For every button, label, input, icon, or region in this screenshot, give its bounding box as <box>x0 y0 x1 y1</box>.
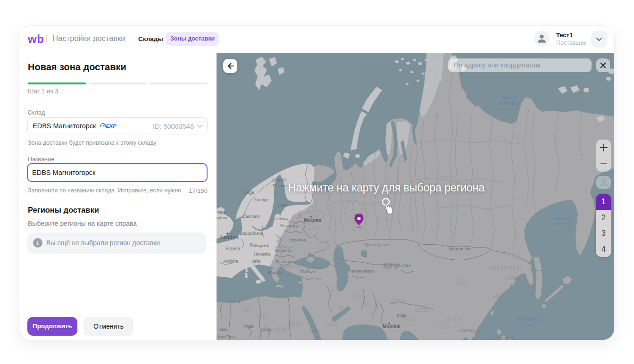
svg-text:Algérie: Algérie <box>227 299 242 304</box>
svg-text:Украина: Украина <box>289 237 307 242</box>
svg-text:Қазақстан: Қазақстан <box>365 242 390 247</box>
svg-text:EXP: EXP <box>106 123 117 129</box>
svg-text:India: India <box>397 313 407 318</box>
svg-text:Eesti: Eesti <box>278 203 287 207</box>
svg-text:България: България <box>276 259 295 264</box>
svg-text:Việt Nam: Việt Nam <box>459 328 476 333</box>
svg-text:Andorra: Andorra <box>223 259 238 264</box>
svg-text:Море: Море <box>502 95 515 100</box>
svg-text:Niger: Niger <box>243 324 254 329</box>
svg-text:Россия: Россия <box>438 174 457 179</box>
svg-text:Лаптевых: Лаптевых <box>497 101 521 106</box>
svg-text:Sea: Sea <box>523 323 533 327</box>
svg-text:Philippines: Philippines <box>495 336 514 340</box>
svg-text:nited: nited <box>217 210 226 215</box>
svg-text:Danmark: Danmark <box>242 214 260 219</box>
svg-text:Ελλάδα: Ελλάδα <box>268 270 282 275</box>
svg-text:Türkiye: Türkiye <box>300 269 315 274</box>
svg-text:France: France <box>225 246 241 251</box>
svg-text:România: România <box>275 248 292 253</box>
svg-text:Deutschland: Deutschland <box>240 231 263 236</box>
svg-text:Philippine: Philippine <box>516 317 540 322</box>
svg-text:London: London <box>220 234 238 240</box>
svg-text:Москва: Москва <box>304 218 321 223</box>
svg-text:Hrvatska: Hrvatska <box>254 252 271 256</box>
svg-text:Кыргызстан: Кыргызстан <box>384 263 411 268</box>
svg-text:Österreich: Österreich <box>250 243 269 248</box>
svg-text:Mumbai: Mumbai <box>383 324 400 329</box>
svg-text:Türkmenistan: Türkmenistan <box>348 269 374 273</box>
svg-text:Italia: Italia <box>251 259 260 264</box>
svg-text:Беларусь: Беларусь <box>280 223 299 228</box>
svg-text:Okhotsk: Okhotsk <box>552 222 572 226</box>
svg-text:rkina Faso: rkina Faso <box>217 334 235 339</box>
svg-text:Lietuva: Lietuva <box>274 216 288 221</box>
svg-text:Mali: Mali <box>219 327 227 332</box>
svg-text:Монгол Улс: Монгол Улс <box>449 247 472 251</box>
svg-text:Sverige: Sverige <box>254 198 269 202</box>
svg-text:gdom: gdom <box>217 215 227 220</box>
svg-text:Tchad: Tchad <box>260 328 271 332</box>
svg-text:Sea of: Sea of <box>554 216 570 221</box>
